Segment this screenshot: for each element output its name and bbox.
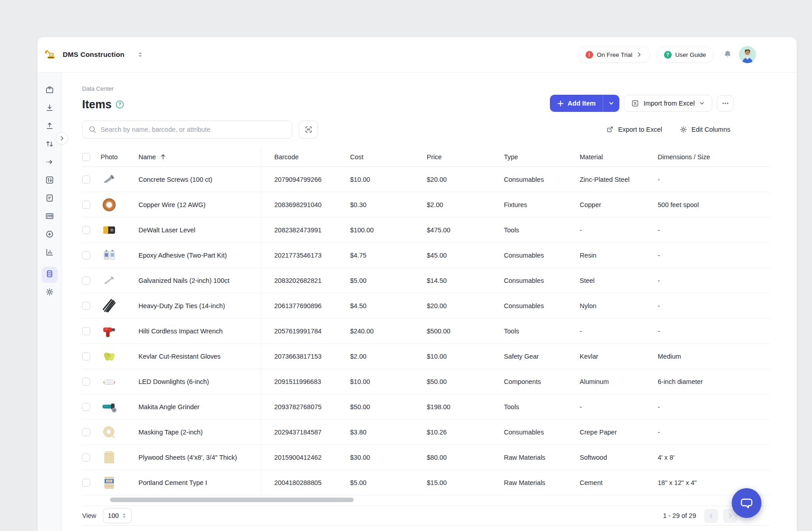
row-checkbox[interactable] <box>82 378 90 386</box>
table-row[interactable]: Copper Wire (12 AWG)2083698291040$0.30$2… <box>82 192 770 217</box>
search-icon <box>88 125 97 134</box>
table-row[interactable]: Masking Tape (2-inch)2029437184587$3.80$… <box>82 420 770 445</box>
sidebar-item-settings-gear[interactable] <box>42 285 58 301</box>
org-switcher-icon[interactable] <box>137 51 143 58</box>
row-select-cell <box>82 175 101 184</box>
row-checkbox[interactable] <box>82 453 90 462</box>
column-header-name[interactable]: Name <box>138 147 261 166</box>
sidebar-item-import-download[interactable] <box>42 101 58 117</box>
sidebar-item-reports[interactable] <box>42 245 58 261</box>
item-name: LED Downlights (6-inch) <box>138 369 261 394</box>
row-checkbox[interactable] <box>82 226 90 234</box>
column-header-dimensions[interactable]: Dimensions / Size <box>645 153 770 161</box>
item-name: Kevlar Cut-Resistant Gloves <box>138 344 261 369</box>
row-checkbox[interactable] <box>82 302 90 310</box>
sidebar-item-notes[interactable] <box>42 191 58 207</box>
user-guide-label: User Guide <box>675 51 706 58</box>
previous-page-button[interactable] <box>704 509 718 523</box>
item-photo-cell <box>101 222 138 239</box>
table-row[interactable]: Heavy-Duty Zip Ties (14-inch)20613776908… <box>82 293 770 319</box>
table-row[interactable]: Hilti Cordless Impact Wrench205761999178… <box>82 319 770 344</box>
barcode-scan-button[interactable] <box>299 120 318 139</box>
sidebar-item-items-database[interactable] <box>42 267 58 283</box>
item-name: Copper Wire (12 AWG) <box>138 192 261 217</box>
row-checkbox[interactable] <box>82 403 90 411</box>
chevron-right-icon <box>636 51 642 58</box>
table-row[interactable]: Makita Angle Grinder2093782768075$50.00$… <box>82 394 770 420</box>
row-select-cell <box>82 352 101 360</box>
item-type: Fixtures <box>491 201 567 208</box>
row-select-cell <box>82 479 101 487</box>
item-type: Components <box>491 378 567 385</box>
import-from-excel-button[interactable]: Import from Excel <box>624 95 712 112</box>
item-price: $15.00 <box>414 479 491 486</box>
sidebar-item-export-upload[interactable] <box>42 119 58 135</box>
horizontal-scrollbar-thumb[interactable] <box>110 498 354 502</box>
table-row[interactable]: LED Downlights (6-inch)2091511996683$10.… <box>82 369 770 394</box>
tape-photo <box>101 424 118 441</box>
item-cost: $100.00 <box>337 226 414 234</box>
row-select-cell <box>82 251 101 259</box>
sidebar-item-add-circle[interactable] <box>42 227 58 243</box>
edit-columns-button[interactable]: Edit Columns <box>679 125 730 134</box>
scan-barcode-icon <box>304 125 313 134</box>
row-checkbox[interactable] <box>82 175 90 184</box>
row-select-cell <box>82 403 101 411</box>
column-header-cost[interactable]: Cost <box>337 153 414 161</box>
table-row[interactable]: Concrete Screws (100 ct)2079094799266$10… <box>82 167 770 192</box>
item-dimensions: 500 feet spool <box>645 201 770 208</box>
cement-photo <box>101 474 118 491</box>
help-circle-icon[interactable]: ? <box>115 100 124 109</box>
export-upload-icon <box>45 121 54 132</box>
item-cost: $30.00 <box>337 454 414 461</box>
row-checkbox[interactable] <box>82 479 90 487</box>
item-name: Concrete Screws (100 ct) <box>138 167 261 192</box>
column-header-price[interactable]: Price <box>414 153 491 161</box>
row-checkbox[interactable] <box>82 201 90 209</box>
table-row[interactable]: Plywood Sheets (4'x8', 3/4" Thick)201590… <box>82 445 770 470</box>
user-guide-pill[interactable]: ? User Guide <box>656 46 714 63</box>
select-all-checkbox[interactable] <box>82 153 90 161</box>
item-name: Makita Angle Grinder <box>138 394 261 419</box>
item-barcode: 2061377690896 <box>261 302 337 309</box>
items-table: Photo Name Barcode Cost Price Type Mater… <box>82 147 770 495</box>
column-header-material[interactable]: Material <box>567 153 645 161</box>
chat-launcher-button[interactable] <box>732 488 761 518</box>
export-to-excel-button[interactable]: Export to Excel <box>606 125 662 134</box>
trial-status-pill[interactable]: ! On Free Trial <box>578 46 650 63</box>
sidebar-item-barcode[interactable] <box>42 209 58 225</box>
table-row[interactable]: DeWalt Laser Level2082382473991$100.00$4… <box>82 217 770 243</box>
table-row[interactable]: Portland Cement Type I2004180288805$5.00… <box>82 470 770 495</box>
package-icon <box>45 85 54 96</box>
page-size-select[interactable]: 100 <box>103 508 132 523</box>
item-cost: $2.00 <box>337 353 414 360</box>
sidebar-item-transfer[interactable] <box>42 137 58 153</box>
notifications-bell-icon[interactable] <box>723 50 733 60</box>
excavator-logo-icon <box>44 48 57 61</box>
user-avatar[interactable] <box>739 46 756 63</box>
row-checkbox[interactable] <box>82 428 90 436</box>
table-row[interactable]: Galvanized Nails (2-inch) 100ct208320268… <box>82 268 770 293</box>
row-select-cell <box>82 201 101 209</box>
sidebar-item-stock-adjust[interactable] <box>42 173 58 189</box>
row-checkbox[interactable] <box>82 251 90 259</box>
more-actions-button[interactable] <box>717 95 734 112</box>
add-item-button[interactable]: Add Item <box>550 95 603 112</box>
sidebar-item-move-out[interactable] <box>42 155 58 171</box>
item-photo-cell <box>101 424 138 441</box>
epoxy-photo <box>101 247 118 264</box>
table-row[interactable]: Epoxy Adhesive (Two-Part Kit)20217735461… <box>82 243 770 268</box>
row-checkbox[interactable] <box>82 352 90 360</box>
item-barcode: 2029437184587 <box>261 429 337 436</box>
item-material: Softwood <box>567 454 645 461</box>
column-header-type[interactable]: Type <box>491 153 567 161</box>
table-row[interactable]: Kevlar Cut-Resistant Gloves2073663817153… <box>82 344 770 369</box>
chevron-down-icon <box>699 100 705 106</box>
search-input[interactable] <box>101 126 286 133</box>
sidebar-item-package[interactable] <box>42 83 58 99</box>
column-header-barcode[interactable]: Barcode <box>261 153 337 161</box>
row-checkbox[interactable] <box>82 277 90 285</box>
sidebar-expand-button[interactable] <box>56 132 68 144</box>
row-checkbox[interactable] <box>82 327 90 335</box>
add-item-dropdown-button[interactable] <box>603 95 619 112</box>
